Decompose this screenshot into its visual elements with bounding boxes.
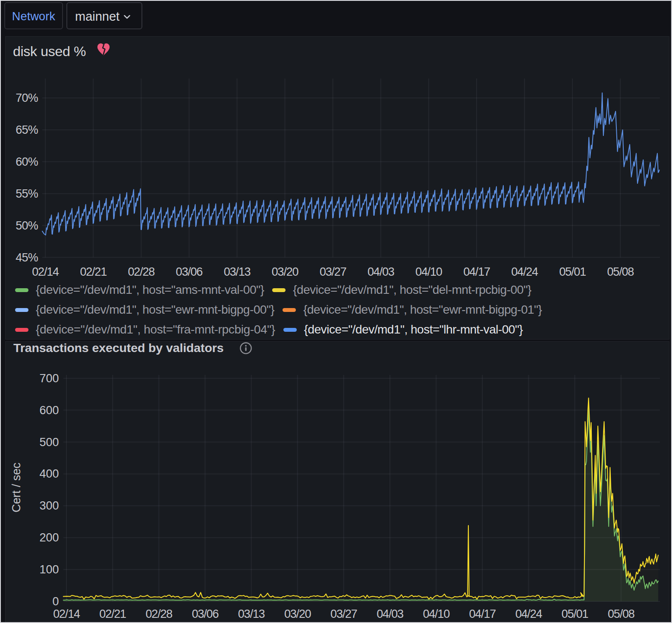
series-line [63,408,658,600]
panel-disk-used: disk used % 45%50%55%60%65%70%02/1402/21… [5,36,669,340]
y-tick-label: 100 [40,563,59,576]
legend-item[interactable]: {device="/dev/md1", host="ewr-mnt-bigpg-… [15,303,274,317]
legend-series-label: {device="/dev/md1", host="del-mnt-rpcbig… [293,283,531,297]
legend-item[interactable]: {device="/dev/md1", host="lhr-mnt-val-00… [283,323,523,337]
transactions-chart[interactable]: 010020030040050060070002/1402/2102/2803/… [6,342,669,623]
x-tick-label: 04/03 [377,607,403,620]
legend-series-label: {device="/dev/md1", host="ams-mnt-val-00… [36,283,264,297]
x-tick-label: 03/27 [320,265,346,278]
variable-value-text: mainnet [75,9,119,24]
legend-series-dash [283,328,297,332]
x-tick-label: 04/03 [367,265,394,278]
y-tick-label: 45% [16,251,38,264]
x-tick-label: 05/01 [562,607,588,620]
y-tick-label: 200 [40,531,59,544]
y-tick-label: 0 [53,595,59,608]
legend-row: {device="/dev/md1", host="fra-mnt-rpcbig… [15,320,662,340]
x-tick-label: 04/10 [423,607,449,620]
series-area [63,408,658,601]
variable-label-text: Network [12,10,55,23]
y-tick-label: 50% [16,219,38,232]
legend-item[interactable]: {device="/dev/md1", host="ams-mnt-val-00… [15,283,264,297]
y-tick-label: 70% [16,91,38,104]
legend-item[interactable]: {device="/dev/md1", host="fra-mnt-rpcbig… [15,323,275,337]
panel1-legend: {device="/dev/md1", host="ams-mnt-val-00… [15,280,662,340]
x-tick-label: 02/21 [99,607,126,620]
y-tick-label: 300 [40,499,59,512]
x-tick-label: 02/14 [53,607,80,620]
variable-label-network[interactable]: Network [4,2,63,29]
legend-series-label: {device="/dev/md1", host="lhr-mnt-val-00… [304,323,523,337]
legend-item[interactable]: {device="/dev/md1", host="del-mnt-rpcbig… [272,283,531,297]
legend-series-dash [283,308,296,312]
x-tick-label: 03/13 [238,607,265,620]
x-tick-label: 03/06 [176,265,203,278]
disk-used-chart[interactable]: 45%50%55%60%65%70%02/1402/2102/2803/0603… [6,37,669,313]
legend-series-dash [15,288,28,292]
y-tick-label: 60% [16,155,38,168]
y-tick-label: 400 [40,467,59,480]
legend-series-label: {device="/dev/md1", host="ewr-mnt-bigpg-… [36,303,274,317]
variable-value-dropdown[interactable]: mainnet [66,2,142,29]
legend-row: {device="/dev/md1", host="ams-mnt-val-00… [15,280,662,300]
x-tick-label: 04/17 [469,607,496,620]
x-tick-label: 03/20 [272,265,298,278]
x-tick-label: 04/24 [515,607,543,620]
x-tick-label: 04/24 [511,265,538,278]
y-tick-label: 55% [16,187,38,200]
legend-item[interactable]: {device="/dev/md1", host="ewr-mnt-bigpg-… [283,303,542,317]
legend-series-dash [15,328,28,332]
panel-transactions: Transactions executed by validators Cert… [5,341,669,623]
x-tick-label: 05/08 [608,607,634,620]
x-tick-label: 03/27 [330,607,357,620]
x-tick-label: 02/28 [128,265,155,278]
chevron-down-icon [124,15,130,19]
y-tick-label: 600 [40,404,59,417]
x-tick-label: 04/17 [463,265,490,278]
dashboard-toolbar: Network mainnet [0,0,672,36]
x-tick-label: 03/20 [284,607,311,620]
legend-series-label: {device="/dev/md1", host="ewr-mnt-bigpg-… [303,303,542,317]
x-tick-label: 02/21 [80,265,107,278]
legend-series-dash [15,308,28,312]
x-tick-label: 04/10 [415,265,442,278]
y-tick-label: 500 [40,436,59,449]
y-tick-label: 65% [16,123,38,136]
x-tick-label: 03/06 [192,607,219,620]
x-tick-label: 05/01 [559,265,586,278]
legend-row: {device="/dev/md1", host="ewr-mnt-bigpg-… [15,300,662,320]
legend-series-label: {device="/dev/md1", host="fra-mnt-rpcbig… [36,323,275,337]
x-tick-label: 03/13 [224,265,251,278]
series-line [63,398,658,599]
series-line [42,93,659,235]
x-tick-label: 02/14 [32,265,59,278]
x-tick-label: 02/28 [146,607,173,620]
legend-series-dash [272,288,286,292]
x-tick-label: 05/08 [607,265,634,278]
series-area [63,398,658,602]
y-tick-label: 700 [40,372,59,385]
